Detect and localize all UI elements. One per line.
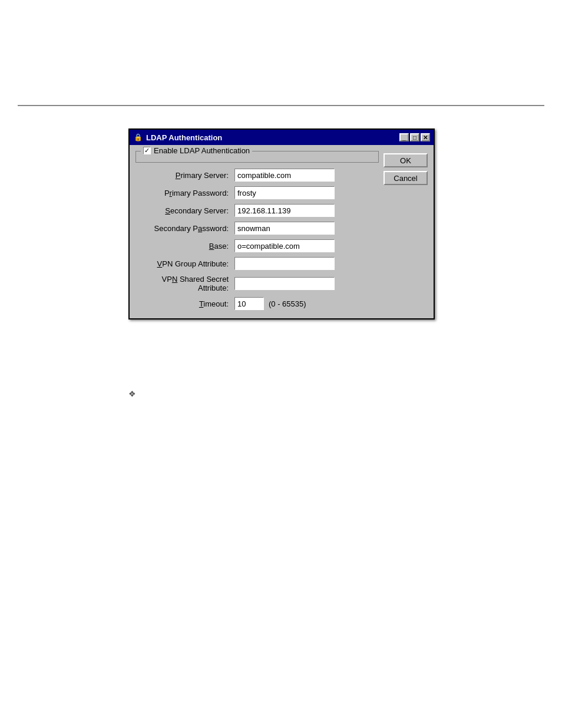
- bullet-section: ❖: [128, 389, 136, 398]
- secondary-password-row: Secondary Password:: [135, 222, 379, 235]
- dialog-app-icon: 🔒: [133, 133, 143, 142]
- close-button[interactable]: ✕: [421, 133, 430, 141]
- dialog-titlebar: 🔒 LDAP Authentication _ □ ✕: [130, 130, 434, 145]
- primary-server-label: Primary Server:: [135, 171, 234, 180]
- primary-server-row: Primary Server:: [135, 169, 379, 182]
- page-content: 🔒 LDAP Authentication _ □ ✕ ✓ Enable LDA…: [0, 0, 562, 728]
- primary-server-input[interactable]: [234, 169, 335, 182]
- horizontal-divider: [18, 105, 544, 106]
- dialog-title-text: LDAP Authentication: [146, 133, 222, 142]
- vpn-group-attribute-row: VPN Group Attribute:: [135, 257, 379, 270]
- ldap-authentication-dialog: 🔒 LDAP Authentication _ □ ✕ ✓ Enable LDA…: [128, 129, 435, 319]
- timeout-row: Timeout: (0 - 65535): [135, 297, 379, 310]
- primary-password-row: Primary Password:: [135, 186, 379, 199]
- restore-button[interactable]: □: [410, 133, 419, 141]
- vpn-group-attribute-input[interactable]: [234, 257, 335, 270]
- secondary-password-label: Secondary Password:: [135, 224, 234, 233]
- enable-ldap-legend: ✓ Enable LDAP Authentication: [141, 146, 252, 155]
- vpn-shared-secret-label: VPN Shared Secret Attribute:: [135, 275, 234, 292]
- cancel-button[interactable]: Cancel: [384, 171, 428, 185]
- primary-password-input[interactable]: [234, 186, 335, 199]
- enable-ldap-checkbox[interactable]: ✓: [143, 147, 151, 154]
- vpn-group-attribute-label: VPN Group Attribute:: [135, 259, 234, 268]
- ok-button[interactable]: OK: [384, 153, 428, 167]
- timeout-input[interactable]: [234, 297, 264, 310]
- timeout-range-label: (0 - 65535): [269, 299, 306, 308]
- enable-ldap-label: Enable LDAP Authentication: [154, 146, 250, 155]
- timeout-label: Timeout:: [135, 299, 234, 308]
- base-label: Base:: [135, 242, 234, 251]
- dialog-action-buttons: OK Cancel: [384, 151, 428, 312]
- dialog-window-controls: _ □ ✕: [399, 133, 430, 141]
- bullet-diamond-icon: ❖: [128, 389, 136, 398]
- vpn-shared-secret-row: VPN Shared Secret Attribute:: [135, 275, 379, 292]
- dialog-title-left: 🔒 LDAP Authentication: [133, 133, 222, 142]
- base-row: Base:: [135, 239, 379, 252]
- vpn-shared-secret-input[interactable]: [234, 277, 335, 290]
- primary-password-label: Primary Password:: [135, 189, 234, 197]
- secondary-server-input[interactable]: [234, 204, 335, 217]
- minimize-button[interactable]: _: [399, 133, 409, 141]
- secondary-server-label: Secondary Server:: [135, 206, 234, 215]
- secondary-password-input[interactable]: [234, 222, 335, 235]
- secondary-server-row: Secondary Server:: [135, 204, 379, 217]
- base-input[interactable]: [234, 239, 335, 252]
- dialog-main: ✓ Enable LDAP Authentication Primary Ser…: [135, 151, 379, 312]
- dialog-body: ✓ Enable LDAP Authentication Primary Ser…: [130, 145, 434, 318]
- enable-ldap-group: ✓ Enable LDAP Authentication: [135, 151, 379, 163]
